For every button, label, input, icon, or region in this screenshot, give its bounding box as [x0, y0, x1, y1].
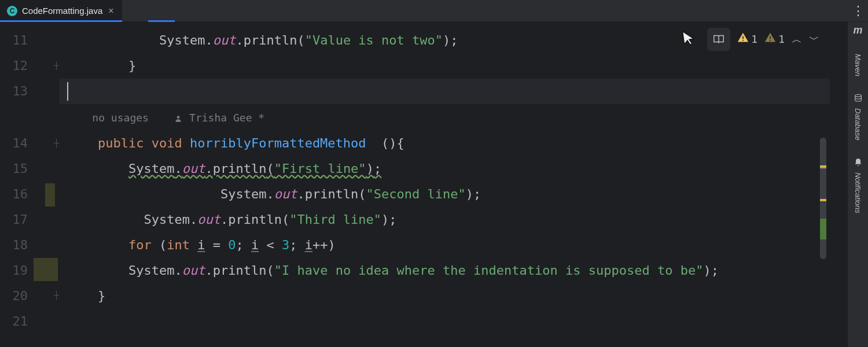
editor-gutter: 11 12 13 14 15 16 17 18 19 20 21	[0, 22, 59, 347]
vcs-change-mark[interactable]	[34, 258, 58, 281]
weak-warning-indicator[interactable]: 1	[764, 27, 785, 52]
line-number: 16	[0, 182, 28, 207]
line-number: 12	[0, 53, 28, 79]
tab-filename: CodeFormatting.java	[22, 6, 102, 16]
warning-triangle-icon	[737, 27, 749, 52]
editor-main-area: 11 12 13 14 15 16 17 18 19 20 21 System.…	[0, 22, 868, 347]
line-number: 17	[0, 207, 28, 232]
database-icon	[854, 94, 863, 105]
editor-scrollbar[interactable]	[820, 22, 826, 347]
code-line: System.out.println("Second line");	[67, 182, 481, 207]
svg-rect-2	[742, 40, 744, 41]
weak-warning-triangle-icon	[764, 27, 776, 52]
code-line: }	[67, 283, 105, 309]
more-actions-icon[interactable]: ⋮	[848, 3, 868, 19]
sidebar-label: Maven	[854, 54, 862, 76]
warning-count: 1	[751, 27, 757, 52]
scrollbar-warning-mark[interactable]	[820, 199, 826, 201]
svg-rect-1	[742, 36, 744, 39]
weak-warning-count: 1	[778, 27, 785, 52]
author-icon	[174, 114, 183, 123]
reader-mode-icon[interactable]	[707, 28, 730, 51]
svg-point-5	[855, 94, 861, 97]
java-class-icon: C	[7, 6, 17, 16]
sidebar-item-maven-label[interactable]: Maven	[854, 54, 862, 76]
editor-surface[interactable]: System.out.println("Value is not two"); …	[59, 22, 847, 347]
line-number: 15	[0, 156, 28, 182]
problems-overlay: 1 1 ︿ ﹀	[707, 27, 819, 52]
sidebar-label: Notifications	[854, 172, 862, 213]
editor-tab-codeformatting[interactable]: C CodeFormatting.java ×	[0, 0, 122, 21]
right-tool-sidebar: m Maven Database Notifications	[847, 22, 868, 347]
inlay-author[interactable]: Trisha Gee *	[189, 112, 264, 124]
scrollbar-caret-mark	[820, 168, 826, 169]
line-number: 13	[0, 79, 28, 104]
inlay-usages[interactable]: no usages	[92, 112, 149, 124]
line-number: 19	[0, 258, 28, 283]
code-line: for (int i = 0; i < 3; i++)	[67, 232, 336, 258]
sidebar-label: Database	[854, 108, 862, 141]
line-number: 21	[0, 309, 28, 334]
code-line: System.out.println("First line");	[67, 156, 381, 182]
svg-point-0	[177, 116, 180, 119]
code-line: System.out.println("Third line");	[67, 207, 397, 232]
code-line: System.out.println("Value is not two");	[67, 28, 458, 53]
text-caret	[67, 82, 68, 101]
sidebar-item-maven[interactable]: m	[853, 24, 862, 36]
next-highlight-icon[interactable]: ﹀	[809, 27, 819, 52]
code-line: System.out.println("I have no idea where…	[67, 258, 719, 283]
editor-tab-bar: C CodeFormatting.java × ⋮	[0, 0, 868, 22]
caret-row-highlight	[59, 79, 830, 104]
mouse-cursor-icon	[681, 27, 698, 54]
maven-icon: m	[853, 24, 862, 36]
code-line: }	[67, 53, 136, 79]
line-number: 11	[0, 28, 28, 53]
svg-rect-4	[770, 40, 771, 41]
scrollbar-thumb[interactable]	[820, 138, 826, 259]
close-tab-icon[interactable]: ×	[107, 6, 115, 16]
prev-highlight-icon[interactable]: ︿	[792, 27, 802, 52]
svg-rect-3	[770, 36, 771, 39]
code-line: public void horriblyFormattedMethod (){	[67, 131, 404, 156]
sidebar-item-database[interactable]: Database	[854, 94, 863, 141]
warning-indicator[interactable]: 1	[737, 27, 757, 52]
bell-icon	[854, 158, 863, 169]
scrollbar-change-mark[interactable]	[820, 219, 826, 239]
inlay-hints-row: no usages Trisha Gee *	[67, 106, 264, 132]
line-number: 18	[0, 232, 28, 258]
sidebar-item-notifications[interactable]: Notifications	[854, 158, 863, 213]
line-number: 20	[0, 283, 28, 309]
line-number: 14	[0, 131, 28, 156]
vcs-change-mark[interactable]	[45, 183, 55, 206]
